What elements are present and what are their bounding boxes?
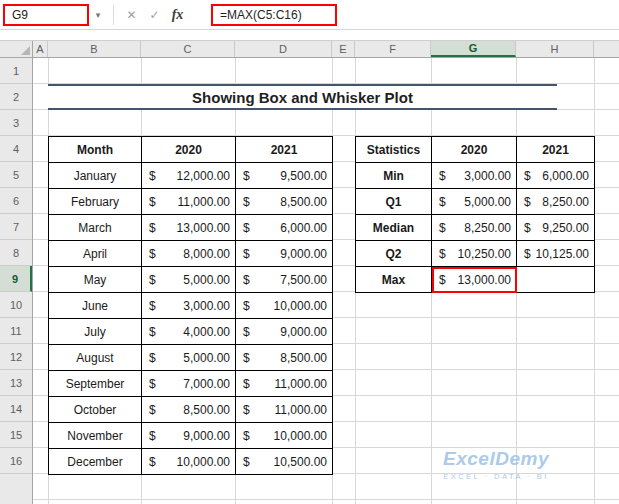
- value-2021-cell[interactable]: $10,500.00: [236, 449, 333, 475]
- page-title[interactable]: Showing Box and Whisker Plot: [48, 84, 557, 110]
- row-header-1[interactable]: 1: [0, 58, 32, 84]
- value-2020-cell[interactable]: $5,000.00: [142, 267, 236, 293]
- row-header-12[interactable]: 12: [0, 344, 32, 370]
- month-cell[interactable]: March: [49, 215, 142, 241]
- month-cell[interactable]: August: [49, 345, 142, 371]
- enter-icon[interactable]: ✓: [143, 4, 166, 26]
- month-cell[interactable]: November: [49, 423, 142, 449]
- column-header-H[interactable]: H: [516, 41, 594, 57]
- value-2020-cell[interactable]: $7,000.00: [142, 371, 236, 397]
- row-header-2[interactable]: 2: [0, 84, 32, 110]
- month-cell[interactable]: December: [49, 449, 142, 475]
- value-2020-cell[interactable]: $13,000.00: [142, 215, 236, 241]
- value-2021-cell[interactable]: $9,000.00: [236, 319, 333, 345]
- row-header-6[interactable]: 6: [0, 188, 32, 214]
- value-2020-cell[interactable]: $4,000.00: [142, 319, 236, 345]
- value-2021-cell[interactable]: $10,000.00: [236, 423, 333, 449]
- name-box-dropdown-icon[interactable]: ▾: [89, 5, 107, 25]
- month-cell[interactable]: October: [49, 397, 142, 423]
- amount: 8,250.00: [542, 195, 589, 209]
- column-header-F[interactable]: F: [355, 41, 431, 57]
- empty-cell-H9[interactable]: [517, 267, 595, 293]
- stat-label-q1[interactable]: Q1: [356, 189, 432, 215]
- header-2021[interactable]: 2021: [236, 137, 333, 163]
- month-cell[interactable]: May: [49, 267, 142, 293]
- month-cell[interactable]: January: [49, 163, 142, 189]
- sheet-grid[interactable]: Showing Box and Whisker Plot Month 2020 …: [33, 58, 619, 504]
- row-header-8[interactable]: 8: [0, 240, 32, 266]
- stat-label-median[interactable]: Median: [356, 215, 432, 241]
- value-2020-cell[interactable]: $8,000.00: [142, 241, 236, 267]
- stat-label-q2[interactable]: Q2: [356, 241, 432, 267]
- row-header-9-selected[interactable]: 9: [0, 266, 32, 292]
- stat-2020-cell[interactable]: $3,000.00: [432, 163, 517, 189]
- stat-label-min[interactable]: Min: [356, 163, 432, 189]
- stat-2021-cell[interactable]: $8,250.00: [517, 189, 595, 215]
- table-row: March $13,000.00 $6,000.00: [49, 215, 333, 241]
- row-header-11[interactable]: 11: [0, 318, 32, 344]
- header-2020[interactable]: 2020: [432, 137, 517, 163]
- value-2021-cell[interactable]: $9,500.00: [236, 163, 333, 189]
- value-2020-cell[interactable]: $9,000.00: [142, 423, 236, 449]
- row-header-3[interactable]: 3: [0, 110, 32, 136]
- currency-symbol: $: [243, 351, 250, 365]
- stat-2020-cell[interactable]: $8,250.00: [432, 215, 517, 241]
- row-header-10[interactable]: 10: [0, 292, 32, 318]
- header-month[interactable]: Month: [49, 137, 142, 163]
- value-2020-cell[interactable]: $10,000.00: [142, 449, 236, 475]
- row-header-15[interactable]: 15: [0, 422, 32, 448]
- value-2021-cell[interactable]: $11,000.00: [236, 371, 333, 397]
- stat-2020-cell[interactable]: $10,250.00: [432, 241, 517, 267]
- cancel-icon[interactable]: ✕: [120, 4, 143, 26]
- formula-input[interactable]: =MAX(C5:C16): [211, 4, 337, 26]
- column-header-A[interactable]: A: [33, 41, 48, 57]
- watermark-tagline: EXCEL · DATA · BI: [416, 472, 576, 481]
- amount: 7,500.00: [280, 273, 327, 287]
- name-box[interactable]: G9: [3, 4, 89, 26]
- value-2021-cell[interactable]: $8,500.00: [236, 189, 333, 215]
- amount: 8,000.00: [183, 247, 230, 261]
- column-header-E[interactable]: E: [332, 41, 355, 57]
- header-2020[interactable]: 2020: [142, 137, 236, 163]
- row-header-13[interactable]: 13: [0, 370, 32, 396]
- table-row: October $8,500.00 $11,000.00: [49, 397, 333, 423]
- select-all-corner[interactable]: [0, 41, 33, 57]
- month-cell[interactable]: July: [49, 319, 142, 345]
- value-2021-cell[interactable]: $11,000.00: [236, 397, 333, 423]
- stat-2021-cell[interactable]: $6,000.00: [517, 163, 595, 189]
- currency-symbol: $: [149, 429, 156, 443]
- column-header-C[interactable]: C: [141, 41, 235, 57]
- stat-2021-cell[interactable]: $9,250.00: [517, 215, 595, 241]
- value-2020-cell[interactable]: $12,000.00: [142, 163, 236, 189]
- column-header-B[interactable]: B: [48, 41, 141, 57]
- stat-2020-cell[interactable]: $5,000.00: [432, 189, 517, 215]
- value-2020-cell[interactable]: $8,500.00: [142, 397, 236, 423]
- value-2021-cell[interactable]: $9,000.00: [236, 241, 333, 267]
- month-cell[interactable]: April: [49, 241, 142, 267]
- header-2021[interactable]: 2021: [517, 137, 595, 163]
- column-header-D[interactable]: D: [235, 41, 332, 57]
- row-header-16[interactable]: 16: [0, 448, 32, 474]
- value-2021-cell[interactable]: $7,500.00: [236, 267, 333, 293]
- stat-label-max[interactable]: Max: [356, 267, 432, 293]
- row-header-4[interactable]: 4: [0, 136, 32, 162]
- row-header-14[interactable]: 14: [0, 396, 32, 422]
- month-cell[interactable]: September: [49, 371, 142, 397]
- insert-function-icon[interactable]: fx: [166, 4, 189, 26]
- header-statistics[interactable]: Statistics: [356, 137, 432, 163]
- value-2021-cell[interactable]: $8,500.00: [236, 345, 333, 371]
- month-cell[interactable]: June: [49, 293, 142, 319]
- row-header-7[interactable]: 7: [0, 214, 32, 240]
- value-2021-cell[interactable]: $6,000.00: [236, 215, 333, 241]
- column-header-G-selected[interactable]: G: [431, 41, 516, 57]
- stat-2021-cell[interactable]: $10,125.00: [517, 241, 595, 267]
- month-cell[interactable]: February: [49, 189, 142, 215]
- amount: 8,500.00: [280, 195, 327, 209]
- currency-symbol: $: [149, 403, 156, 417]
- value-2020-cell[interactable]: $11,000.00: [142, 189, 236, 215]
- value-2020-cell[interactable]: $5,000.00: [142, 345, 236, 371]
- value-2020-cell[interactable]: $3,000.00: [142, 293, 236, 319]
- value-2021-cell[interactable]: $10,000.00: [236, 293, 333, 319]
- row-header-5[interactable]: 5: [0, 162, 32, 188]
- selected-cell-G9[interactable]: $13,000.00: [432, 267, 517, 293]
